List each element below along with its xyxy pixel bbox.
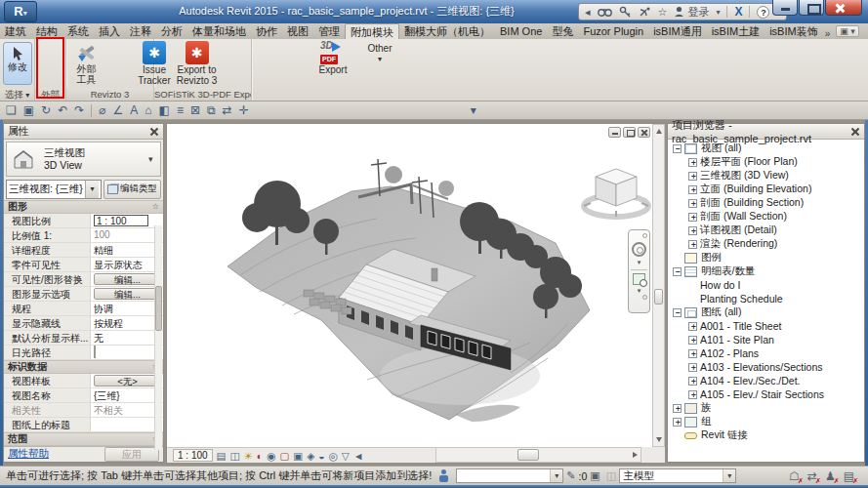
title-on-sheet-value[interactable] xyxy=(90,418,163,431)
exclude-options-icon[interactable]: ☖ xyxy=(789,469,800,483)
apply-button[interactable]: 应用 xyxy=(104,447,159,462)
render-icon[interactable]: ◉ xyxy=(267,449,275,463)
expand-box-icon[interactable] xyxy=(688,199,697,208)
measure-icon[interactable]: ⌀ xyxy=(99,102,105,119)
expand-box-icon[interactable] xyxy=(688,363,697,372)
tree-item-building-elevation[interactable]: 立面 (Building Elevation) xyxy=(668,183,864,196)
select-underlay-icon[interactable]: ▤ xyxy=(844,469,854,483)
parts-visibility-value[interactable]: 显示原状态 xyxy=(90,258,163,271)
drawing-area[interactable]: ▾ ▾ 1 : 100 ▤ ◫ ☀ ◐ ◉ ▢ ▣ ◈ ◒ ◎ ▽ ◄ xyxy=(166,123,665,463)
expand-box-icon[interactable] xyxy=(688,240,697,249)
vg-edit-button[interactable]: 编辑... xyxy=(94,273,161,285)
section-extents[interactable]: 范围☆ xyxy=(4,432,163,446)
collapse-box-icon[interactable] xyxy=(673,308,682,317)
analysis-style-value[interactable]: 无 xyxy=(90,331,163,345)
tab-annotate[interactable]: 注释 xyxy=(125,23,156,39)
graphic-display-edit-button[interactable]: 编辑... xyxy=(94,288,161,300)
scale-button[interactable]: 1 : 100 xyxy=(173,449,213,462)
chevron-down-icon[interactable]: ▾ xyxy=(148,154,160,164)
worksets-dialog-icon[interactable]: ▣ xyxy=(590,469,599,482)
thin-lines-icon[interactable]: ≡ xyxy=(177,102,184,119)
expand-box-icon[interactable] xyxy=(688,226,697,235)
tab-massing-site[interactable]: 体量和场地 xyxy=(187,23,251,39)
close-icon[interactable] xyxy=(148,126,160,138)
visual-style-icon[interactable]: ◫ xyxy=(230,449,240,463)
navbar-options-dot[interactable] xyxy=(642,233,647,238)
view-cube[interactable] xyxy=(581,161,651,224)
scroll-down-arrow[interactable] xyxy=(656,437,662,442)
expand-box-icon[interactable] xyxy=(673,404,682,413)
expand-box-icon[interactable] xyxy=(673,418,682,427)
section-icon[interactable]: ◧ xyxy=(159,102,170,119)
maximize-button[interactable] xyxy=(799,0,824,16)
tab-isbim-general[interactable]: isBIM通用 xyxy=(648,23,707,39)
tab-isbim-decoration[interactable]: isBIM装饰 xyxy=(765,23,823,39)
tree-item-legends[interactable]: 图例 xyxy=(668,251,864,264)
navbar-options-dot[interactable] xyxy=(642,295,647,300)
transfer-standards-icon[interactable]: ⇄ xyxy=(223,102,232,119)
view-selector-dropdown[interactable]: 三维视图: {三维} ▾ xyxy=(6,180,102,199)
properties-scrollbar[interactable] xyxy=(154,225,162,450)
sun-path-icon[interactable]: ☀ xyxy=(243,449,252,463)
discipline-value[interactable]: 协调 xyxy=(90,302,163,315)
editing-requests-icon[interactable]: ✎ xyxy=(566,469,575,482)
scrollbar-thumb[interactable] xyxy=(517,449,539,461)
communication-center-icon[interactable] xyxy=(639,6,651,18)
help-icon[interactable]: ? xyxy=(757,6,769,19)
subscription-key-icon[interactable] xyxy=(619,6,632,18)
view-minimize-button[interactable] xyxy=(608,127,621,138)
sync-icon[interactable]: ↻ xyxy=(41,102,51,119)
panel-label-sofistik[interactable]: SOFiSTiK 3D-PDF Export xyxy=(154,88,251,101)
chevron-down-icon[interactable]: ▾ xyxy=(638,259,641,266)
show-crop-region-icon[interactable]: ▣ xyxy=(293,449,303,463)
tree-item-sheet-a102[interactable]: A102 - Plans xyxy=(668,346,864,360)
view-scale-value[interactable]: 1 : 100 xyxy=(94,215,148,226)
expand-box-icon[interactable] xyxy=(688,377,697,386)
search-icon[interactable] xyxy=(598,7,612,18)
tree-item-sheet-a001[interactable]: A001 - Title Sheet xyxy=(668,319,864,333)
tab-fanmo-master[interactable]: 翻模大师（机电） xyxy=(399,23,495,39)
tree-item-sheet-a104[interactable]: A104 - Elev./Sec./Det. xyxy=(668,374,864,387)
close-hidden-windows-icon[interactable]: ⊠ xyxy=(190,102,200,119)
project-browser-title-bar[interactable]: 项目浏览器 - rac_basic_sample_project.rvt xyxy=(668,124,864,140)
design-options-dropdown[interactable]: ▾ xyxy=(456,468,563,483)
sun-path-checkbox[interactable] xyxy=(94,346,96,358)
panel-label-select[interactable]: 选择 ▾ xyxy=(0,88,34,101)
modify-tools-icon[interactable]: ✛ xyxy=(239,102,249,119)
favorites-star-icon[interactable]: ☆ xyxy=(658,6,668,19)
expand-box-icon[interactable] xyxy=(688,390,697,399)
press-drag-icon[interactable]: ⇄ xyxy=(807,469,817,483)
tab-collaborate[interactable]: 协作 xyxy=(251,23,282,39)
navigation-bar[interactable]: ▾ ▾ xyxy=(628,229,650,313)
tree-item-detail[interactable]: 详图视图 (Detail) xyxy=(668,224,864,237)
tree-item-revit-links[interactable]: Revit 链接 xyxy=(668,428,864,442)
collapse-arrow-icon[interactable]: ◂ xyxy=(585,6,591,19)
section-graphics[interactable]: 图形☆ xyxy=(4,200,163,214)
undo-icon[interactable]: ↶ xyxy=(58,102,67,119)
tree-item-schedules[interactable]: 明细表/数量 xyxy=(668,264,864,278)
tree-item-families[interactable]: 族 xyxy=(668,401,864,415)
properties-title-bar[interactable]: 属性 xyxy=(4,124,163,140)
collapse-box-icon[interactable] xyxy=(673,144,682,153)
properties-help-link[interactable]: 属性帮助 xyxy=(8,447,49,461)
horizontal-scrollbar[interactable] xyxy=(435,447,641,463)
active-workset-dropdown[interactable]: 主模型▾ xyxy=(619,468,736,483)
close-icon[interactable] xyxy=(849,126,861,138)
tree-item-building-section[interactable]: 剖面 (Building Section) xyxy=(668,196,864,210)
tab-view[interactable]: 视图 xyxy=(282,23,313,39)
tree-item-3d-view[interactable]: 三维视图 (3D View) xyxy=(668,169,864,183)
redo-icon[interactable]: ↷ xyxy=(74,102,84,119)
other-dropdown-button[interactable]: Other ▾ xyxy=(359,43,400,68)
modify-button[interactable]: 修改 xyxy=(3,42,32,85)
customize-qat-icon[interactable]: ▾ xyxy=(471,102,476,119)
expand-box-icon[interactable] xyxy=(688,158,697,167)
steering-wheel-icon[interactable] xyxy=(632,242,646,257)
analytical-model-icon[interactable]: ▽ xyxy=(342,449,350,463)
save-icon[interactable]: ▣ xyxy=(23,102,34,119)
exchange-apps-icon[interactable]: X xyxy=(734,6,742,18)
expand-box-icon[interactable] xyxy=(688,322,697,331)
tree-item-planting-schedule[interactable]: Planting Schedule xyxy=(668,292,864,305)
expand-box-icon[interactable] xyxy=(688,172,697,181)
tab-xingtu[interactable]: 型兔 xyxy=(547,23,578,39)
tree-item-wall-section[interactable]: 剖面 (Wall Section) xyxy=(668,210,864,224)
